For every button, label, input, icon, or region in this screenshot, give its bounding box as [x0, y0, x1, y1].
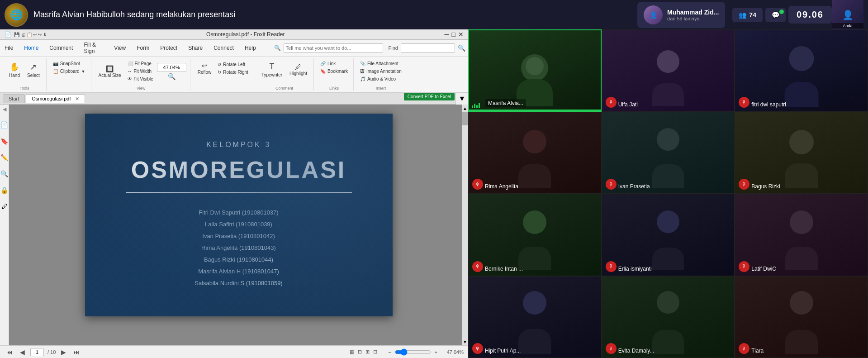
- menu-help[interactable]: Help: [243, 44, 258, 52]
- image-annotation-btn[interactable]: 🖼 Image Annotation: [358, 68, 403, 75]
- video-label-latif: Latif DwiC: [751, 266, 776, 272]
- find-search-icon[interactable]: 🔍: [458, 44, 465, 52]
- zoom-input[interactable]: 47.04%: [157, 63, 186, 72]
- video-grid: Masrifa Alvia... 🎙 Ulfa Jati 🎙 fitri dwi…: [468, 29, 868, 358]
- last-page-btn[interactable]: ⏭: [71, 348, 81, 357]
- rotate-right-btn[interactable]: ↻ Rotate Right: [216, 69, 250, 76]
- convert-bar-btn[interactable]: Convert PDF to Excel: [404, 93, 455, 100]
- fit-visible-btn[interactable]: 👁 Fit Visible: [126, 76, 155, 82]
- ribbon-reflow-btns: ↩ Reflow ↺ Rotate Left ↻ Rotate Right: [195, 58, 250, 78]
- pdf-name-4: Rima Angelita (1910801043): [194, 242, 282, 254]
- highlight-btn[interactable]: 🖊 Highlight: [287, 62, 310, 78]
- view-mode-icon-2[interactable]: ⊟: [358, 349, 362, 355]
- sidebar-sign-icon[interactable]: 🖊: [1, 203, 8, 210]
- pdf-viewer-area: 📄 💾 🖨 📋 ↩ ↪ ⬇ Osmoregulasi.pdf - Foxit R…: [0, 29, 468, 358]
- pdf-content-area: ▲ ▼ KELOMPOK 3 OSMOREGULASI Fitri Dwi Sa…: [9, 105, 468, 345]
- fit-width-btn[interactable]: ↔ Fit Width: [126, 68, 155, 75]
- fit-page-icon: ⬜: [128, 61, 133, 66]
- zoom-in-icon[interactable]: 🔍: [168, 73, 175, 80]
- pdf-name-7: Salsabila Nurdini S (1910801059): [194, 277, 282, 289]
- bookmark-btn[interactable]: 🔖 Bookmark: [318, 68, 350, 75]
- pdf-main-area: ◀ 📄 🔖 ✏️ 🔍 🔒 🖊 ▲ ▼: [0, 105, 468, 345]
- video-label-bernike: Bernike Intan ...: [485, 266, 523, 272]
- tell-me-input[interactable]: [284, 43, 383, 53]
- presenter-avatar: 👤: [644, 5, 663, 24]
- reflow-btn[interactable]: ↩ Reflow: [195, 60, 214, 76]
- video-tile-ulfa: 🎙 Ulfa Jati: [602, 29, 735, 112]
- ribbon-group-clipboard: 📷 SnapShot 📋 Clipboard ▼: [47, 58, 91, 91]
- zoom-out-btn[interactable]: −: [388, 349, 391, 355]
- pdf-title-bar: 📄 💾 🖨 📋 ↩ ↪ ⬇ Osmoregulasi.pdf - Foxit R…: [0, 29, 468, 40]
- audio-icon: 🎵: [360, 76, 365, 81]
- sidebar-lock-icon[interactable]: 🔒: [0, 186, 8, 194]
- actual-size-btn[interactable]: 🔲 Actual Size: [96, 63, 124, 80]
- rotate-left-btn[interactable]: ↺ Rotate Left: [216, 61, 250, 68]
- page-number-input[interactable]: [30, 348, 44, 356]
- top-header: 🌐 Masrifa Alvian Habibulloh sedang melak…: [0, 0, 868, 29]
- ribbon-links-btns: 🔗 Link 🔖 Bookmark: [318, 58, 350, 76]
- select-label: Select: [27, 73, 40, 78]
- file-attachment-btn[interactable]: 📎 File Attachment: [358, 60, 403, 67]
- sidebar-comments-icon[interactable]: ✏️: [0, 154, 8, 161]
- chat-button[interactable]: 💬: [765, 8, 786, 22]
- menu-home[interactable]: Home: [22, 44, 40, 52]
- link-icon: 🔗: [320, 61, 326, 66]
- hand-tool-btn[interactable]: ✋ Hand: [6, 60, 23, 80]
- tab-pdf[interactable]: Osmoregulasi.pdf ✕: [26, 94, 85, 103]
- video-label-evita: Evita Damaiy...: [618, 348, 655, 354]
- select-icon: ↗: [30, 62, 37, 72]
- video-tile-masrifa: Masrifa Alvia...: [468, 29, 602, 112]
- zoom-slider[interactable]: [395, 348, 431, 356]
- vertical-scrollbar[interactable]: ▲ ▼: [462, 105, 468, 345]
- rotate-left-icon: ↺: [218, 62, 221, 67]
- link-btn[interactable]: 🔗 Link: [318, 60, 350, 67]
- next-page-btn[interactable]: ▶: [59, 348, 68, 357]
- participant-number: 74: [749, 11, 756, 19]
- mute-icon-bernike: 🎙: [472, 261, 483, 272]
- participant-count-btn[interactable]: 👥 74: [732, 8, 763, 22]
- people-icon: 👥: [739, 11, 746, 19]
- scrollbar-thumb[interactable]: [462, 112, 468, 125]
- sidebar-search-icon[interactable]: 🔍: [0, 170, 8, 177]
- pdf-name-5: Bagus Rizki (1910801044): [194, 254, 282, 266]
- view-mode-icon-3[interactable]: ⊞: [365, 349, 370, 355]
- menu-protect[interactable]: Protect: [158, 44, 179, 52]
- menu-file[interactable]: File: [3, 44, 15, 52]
- view-mode-icon-4[interactable]: ⊡: [373, 349, 377, 355]
- find-input[interactable]: [401, 43, 455, 53]
- minimize-icon[interactable]: ─: [445, 31, 449, 38]
- sidebar-pages-icon[interactable]: 📄: [0, 121, 8, 129]
- zoom-in-bottom-btn[interactable]: +: [435, 349, 437, 355]
- view-mode-icon-1[interactable]: ▦: [350, 349, 354, 355]
- actual-size-icon: 🔲: [106, 65, 114, 72]
- first-page-btn[interactable]: ⏮: [5, 348, 14, 357]
- tab-start[interactable]: Start: [3, 94, 25, 103]
- audio-video-btn[interactable]: 🎵 Audio & Video: [358, 76, 403, 82]
- tab-close-btn[interactable]: ✕: [75, 96, 79, 101]
- fit-page-btn[interactable]: ⬜ Fit Page: [126, 60, 155, 67]
- links-col: 🔗 Link 🔖 Bookmark: [318, 60, 350, 75]
- sidebar-bookmarks-icon[interactable]: 🔖: [0, 138, 8, 145]
- prev-page-btn[interactable]: ◀: [18, 348, 27, 357]
- menu-share[interactable]: Share: [186, 44, 204, 52]
- meeting-title: Masrifa Alvian Habibulloh sedang melakuk…: [33, 10, 632, 19]
- menu-form[interactable]: Form: [135, 44, 151, 52]
- snapshot-btn[interactable]: 📷 SnapShot: [51, 60, 87, 67]
- maximize-icon[interactable]: □: [452, 31, 455, 38]
- menu-view[interactable]: View: [112, 44, 128, 52]
- menu-connect[interactable]: Connect: [212, 44, 236, 52]
- select-tool-btn[interactable]: ↗ Select: [24, 60, 43, 80]
- tab-scroll-btn[interactable]: ▼: [455, 93, 468, 105]
- pdf-names: Fitri Dwi Saputri (1910801037) Laila Saf…: [194, 207, 282, 289]
- menu-fill-sign[interactable]: Fill & Sign: [82, 41, 105, 55]
- app-logo: 🌐: [5, 3, 28, 27]
- close-icon[interactable]: ✕: [458, 31, 464, 38]
- clipboard-btn[interactable]: 📋 Clipboard ▼: [51, 68, 87, 75]
- menu-comment[interactable]: Comment: [47, 44, 75, 52]
- presenter-name: Muhammad Zid...: [667, 9, 719, 16]
- typewriter-btn[interactable]: T Typewriter: [259, 60, 285, 79]
- video-tile-bernike: 🎙 Bernike Intan ...: [468, 194, 602, 276]
- presenter-sub: dan 59 lainnya: [667, 16, 719, 21]
- fit-col: ⬜ Fit Page ↔ Fit Width 👁 Fit Visible: [126, 60, 155, 82]
- pdf-menu-bar: File Home Comment Fill & Sign View Form …: [0, 40, 468, 57]
